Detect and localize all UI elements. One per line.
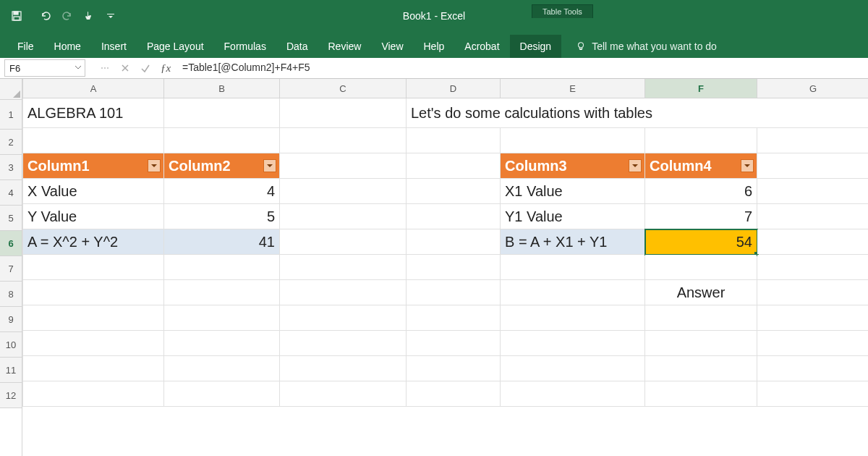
cell[interactable] — [407, 128, 501, 153]
cell[interactable] — [164, 255, 280, 280]
touch-mode-icon[interactable] — [80, 7, 98, 25]
filter-dropdown-icon[interactable] — [741, 159, 754, 172]
col-header[interactable]: G — [757, 79, 869, 98]
cell[interactable] — [757, 305, 869, 331]
cell[interactable] — [501, 381, 645, 407]
cell[interactable] — [23, 356, 164, 381]
table-header-cell[interactable]: Column1 — [23, 153, 164, 179]
row-header[interactable]: 1 — [0, 100, 22, 130]
cell[interactable] — [501, 356, 645, 381]
col-header[interactable]: C — [280, 79, 407, 98]
cell[interactable] — [164, 356, 280, 381]
cell[interactable] — [280, 280, 407, 305]
cell[interactable] — [280, 98, 407, 128]
cell[interactable] — [645, 128, 757, 153]
cell[interactable] — [23, 255, 164, 280]
cell[interactable]: Y Value — [23, 204, 164, 229]
cell[interactable] — [280, 381, 407, 407]
col-header[interactable]: E — [501, 79, 645, 98]
cell[interactable] — [501, 280, 645, 305]
cell[interactable] — [23, 381, 164, 407]
tab-home[interactable]: Home — [44, 35, 91, 58]
cell[interactable] — [280, 255, 407, 280]
row-header[interactable]: 9 — [0, 307, 22, 332]
cell[interactable] — [407, 280, 501, 305]
table-header-cell[interactable]: Column4 — [645, 153, 757, 179]
tab-data[interactable]: Data — [276, 35, 318, 58]
select-all-corner[interactable] — [0, 79, 22, 100]
customize-qat-icon[interactable] — [101, 7, 120, 25]
cell[interactable] — [407, 204, 501, 229]
row-header[interactable]: 7 — [0, 256, 22, 282]
cell[interactable]: Answer — [645, 280, 757, 305]
tab-acrobat[interactable]: Acrobat — [454, 35, 509, 58]
cell[interactable] — [757, 356, 869, 381]
tab-page-layout[interactable]: Page Layout — [137, 35, 214, 58]
cell[interactable]: B = A + X1 + Y1 — [501, 229, 645, 255]
tab-view[interactable]: View — [371, 35, 413, 58]
cancel-icon[interactable] — [119, 62, 132, 75]
selected-cell[interactable]: 54 — [645, 229, 757, 255]
row-header[interactable]: 12 — [0, 383, 22, 408]
cell[interactable] — [757, 255, 869, 280]
cell[interactable] — [407, 229, 501, 255]
cell[interactable] — [280, 128, 407, 153]
cell[interactable] — [164, 128, 280, 153]
name-box[interactable]: F6 — [4, 59, 85, 77]
col-header[interactable]: A — [23, 79, 164, 98]
cell[interactable] — [280, 356, 407, 381]
table-header-cell[interactable]: Column3 — [501, 153, 645, 179]
cell[interactable]: 7 — [645, 204, 757, 229]
cell[interactable] — [23, 331, 164, 356]
tab-review[interactable]: Review — [318, 35, 372, 58]
row-header[interactable]: 10 — [0, 332, 22, 358]
filter-dropdown-icon[interactable] — [263, 159, 276, 172]
cell[interactable] — [407, 305, 501, 331]
cell[interactable] — [164, 98, 280, 128]
cell[interactable]: X1 Value — [501, 179, 645, 204]
cell[interactable]: X Value — [23, 179, 164, 204]
cell[interactable]: 41 — [164, 229, 280, 255]
cell[interactable]: ALGEBRA 101 — [23, 98, 164, 128]
cell[interactable] — [501, 331, 645, 356]
formula-input[interactable]: =Table1[@Column2]+F4+F5 — [182, 62, 868, 75]
cell[interactable] — [645, 305, 757, 331]
cell[interactable] — [280, 204, 407, 229]
undo-icon[interactable] — [36, 7, 55, 25]
cell[interactable] — [280, 229, 407, 255]
fx-icon[interactable]: ƒx — [159, 62, 172, 75]
cell[interactable] — [757, 128, 869, 153]
cell[interactable] — [645, 356, 757, 381]
cell[interactable] — [407, 179, 501, 204]
row-header[interactable]: 2 — [0, 130, 22, 155]
cell[interactable]: A = X^2 + Y^2 — [23, 229, 164, 255]
cell[interactable] — [280, 331, 407, 356]
col-header[interactable]: B — [164, 79, 280, 98]
tab-help[interactable]: Help — [414, 35, 455, 58]
col-header[interactable]: D — [407, 79, 501, 98]
cell[interactable] — [164, 381, 280, 407]
cell[interactable]: 4 — [164, 179, 280, 204]
cell[interactable]: 5 — [164, 204, 280, 229]
cell[interactable] — [164, 305, 280, 331]
enter-icon[interactable] — [139, 62, 152, 75]
filter-dropdown-icon[interactable] — [148, 159, 161, 172]
tab-file[interactable]: File — [7, 35, 44, 58]
cell[interactable] — [757, 331, 869, 356]
save-icon[interactable] — [7, 7, 26, 25]
cell[interactable]: Y1 Value — [501, 204, 645, 229]
cell[interactable] — [645, 381, 757, 407]
cell[interactable] — [645, 255, 757, 280]
cell[interactable] — [280, 153, 407, 179]
cell[interactable]: 6 — [645, 179, 757, 204]
cell[interactable] — [757, 153, 869, 179]
tell-me-search[interactable]: Tell me what you want to do — [576, 41, 717, 58]
cell[interactable] — [757, 179, 869, 204]
row-header[interactable]: 3 — [0, 155, 22, 180]
cell[interactable] — [23, 280, 164, 305]
cell[interactable] — [407, 356, 501, 381]
table-header-cell[interactable]: Column2 — [164, 153, 280, 179]
tab-insert[interactable]: Insert — [91, 35, 137, 58]
cell[interactable] — [23, 305, 164, 331]
cell[interactable] — [164, 331, 280, 356]
